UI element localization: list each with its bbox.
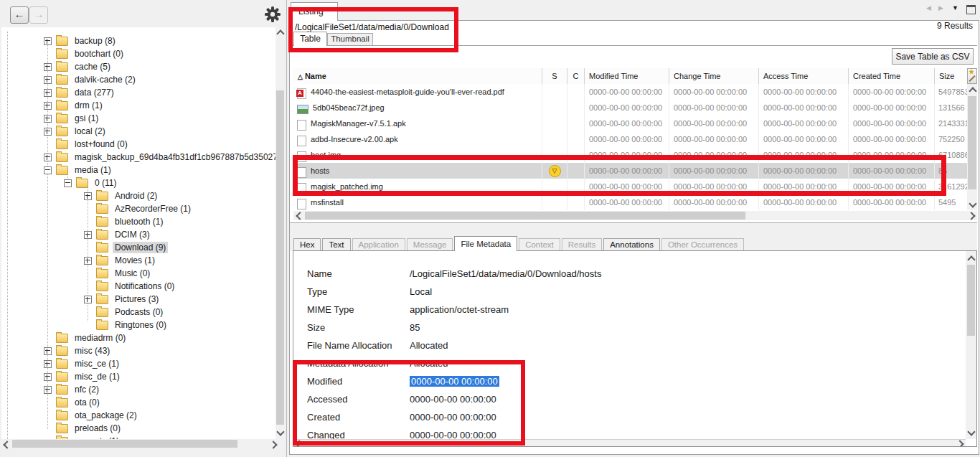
tab-file-metadata[interactable]: File Metadata: [454, 236, 517, 251]
expand-icon[interactable]: [84, 231, 92, 239]
table-row-adbd-insecure-v2-00-apk[interactable]: adbd-Insecure-v2.00.apk0000-00-00 00:00:…: [293, 131, 967, 148]
column-header-created-time[interactable]: Created Time: [849, 68, 935, 84]
collapse-icon[interactable]: [44, 166, 52, 174]
tree-item-preloads-0[interactable]: preloads (0): [1, 422, 275, 435]
scroll-right-arrow-icon[interactable]: [269, 440, 277, 448]
column-header-s[interactable]: S: [542, 68, 567, 84]
forward-button[interactable]: →: [29, 6, 48, 24]
panel-divider[interactable]: [286, 0, 287, 457]
scroll-up-arrow-icon[interactable]: [969, 87, 976, 95]
scrollbar-thumb[interactable]: [305, 212, 745, 220]
table-row-hosts[interactable]: hosts▽0000-00-00 00:00:000000-00-00 00:0…: [293, 163, 967, 179]
expand-icon[interactable]: [44, 128, 52, 136]
tree-vertical-scrollbar[interactable]: [275, 27, 285, 439]
expand-icon[interactable]: [84, 296, 92, 303]
table-row-5db045beac72f-jpeg[interactable]: 5db045beac72f.jpeg0000-00-00 00:00:00000…: [293, 100, 967, 116]
expand-icon[interactable]: [44, 115, 52, 123]
tree-item-pictures-3[interactable]: Pictures (3): [1, 293, 275, 306]
expand-icon[interactable]: [44, 102, 52, 110]
scroll-left-arrow-icon[interactable]: [296, 212, 303, 220]
scroll-right-arrow-icon[interactable]: [967, 212, 975, 220]
maximize-icon[interactable]: [966, 5, 976, 14]
tree-item-ota-package-2[interactable]: ota_package (2): [1, 409, 275, 422]
column-header-access-time[interactable]: Access Time: [759, 68, 849, 84]
tree-item-bootchart-0[interactable]: bootchart (0): [1, 47, 275, 60]
tree-item-misc-ce-1[interactable]: misc_ce (1): [1, 357, 275, 370]
tree-item-dcim-3[interactable]: DCIM (3): [1, 228, 275, 241]
next-window-icon[interactable]: ▶: [938, 4, 943, 11]
expand-icon[interactable]: [44, 347, 52, 355]
tree-item-backup-8[interactable]: backup (8): [1, 34, 275, 47]
table-row-magisk-patched-img[interactable]: magisk_patched.img0000-00-00 00:00:00000…: [293, 179, 967, 195]
tree-item-dalvik-cache-2[interactable]: dalvik-cache (2): [1, 73, 275, 86]
scroll-down-arrow-icon[interactable]: [276, 428, 284, 435]
tree-item-0-11[interactable]: 0 (11): [1, 176, 275, 189]
scroll-left-arrow-icon[interactable]: [295, 440, 303, 447]
save-table-as-csv-button[interactable]: Save Table as CSV: [892, 48, 974, 65]
tree-item-nfc-2[interactable]: nfc (2): [1, 383, 275, 396]
column-header-modified-time[interactable]: Modified Time: [585, 68, 669, 84]
scroll-left-arrow-icon[interactable]: [3, 440, 11, 448]
tree-item-podcasts-0[interactable]: Podcasts (0): [1, 306, 275, 319]
tab-listing[interactable]: Listing: [291, 2, 338, 21]
expand-icon[interactable]: [44, 76, 52, 84]
expand-icon[interactable]: [44, 89, 52, 97]
scroll-up-arrow-icon[interactable]: [276, 29, 284, 37]
tree-item-movies-1[interactable]: Movies (1): [1, 254, 275, 267]
column-header-change-time[interactable]: Change Time: [669, 68, 759, 84]
window-dropdown-icon[interactable]: ▼: [952, 4, 958, 11]
scroll-down-arrow-icon[interactable]: [967, 428, 975, 435]
tree-item-lost-found-0[interactable]: lost+found (0): [1, 138, 275, 151]
tree-item-misc-de-1[interactable]: misc_de (1): [1, 370, 275, 383]
scroll-down-arrow-icon[interactable]: [969, 199, 976, 207]
tree-item-download-9[interactable]: Download (9): [1, 241, 275, 254]
column-header-size[interactable]: Size: [935, 68, 967, 84]
back-button[interactable]: ←: [10, 6, 29, 24]
expand-icon[interactable]: [44, 386, 52, 394]
tree-item-music-0[interactable]: Music (0): [1, 267, 275, 280]
tab-annotations[interactable]: Annotations: [603, 238, 660, 251]
scrollbar-thumb[interactable]: [968, 96, 976, 189]
metadata-horizontal-scrollbar[interactable]: [293, 439, 966, 447]
expand-icon[interactable]: [44, 154, 52, 161]
expand-icon[interactable]: [44, 373, 52, 381]
tab-text[interactable]: Text: [322, 238, 350, 251]
scroll-right-arrow-icon[interactable]: [956, 440, 963, 447]
tree-item-azrecorderfree-1[interactable]: AzRecorderFree (1): [1, 202, 275, 215]
collapse-icon[interactable]: [64, 179, 72, 187]
tree-item-ota-0[interactable]: ota (0): [1, 396, 275, 409]
table-row-boot-img[interactable]: boot.img0000-00-00 00:00:000000-00-00 00…: [293, 147, 967, 164]
metadata-vertical-scrollbar[interactable]: [966, 251, 976, 439]
table-row-magiskmanager-v7-5-1-apk[interactable]: MagiskManager-v7.5.1.apk0000-00-00 00:00…: [293, 116, 967, 132]
tab-thumbnail[interactable]: Thumbnail: [327, 33, 373, 46]
tree-item-cache-5[interactable]: cache (5): [1, 60, 275, 73]
tree-item-ringtones-0[interactable]: Ringtones (0): [1, 319, 275, 331]
column-settings-icon[interactable]: ★: [967, 68, 977, 84]
tree-item-magisk-backup-69d4ba4fb31df1cb[interactable]: magisk_backup_69d4ba4fb31df1cb967887b5d3…: [1, 151, 275, 164]
scrollbar-thumb[interactable]: [276, 90, 284, 425]
table-row-msfinstall[interactable]: msfinstall0000-00-00 00:00:000000-00-00 …: [293, 194, 967, 210]
scroll-up-arrow-icon[interactable]: [967, 255, 975, 263]
tree-item-drm-1[interactable]: drm (1): [1, 99, 275, 112]
metadata-value[interactable]: 0000-00-00 00:00:00: [410, 376, 499, 387]
tree-item-local-2[interactable]: local (2): [1, 125, 275, 138]
prev-window-icon[interactable]: ◀: [926, 4, 931, 11]
expand-icon[interactable]: [44, 360, 52, 368]
tree-item-gsi-1[interactable]: gsi (1): [1, 112, 275, 125]
column-header-c[interactable]: C: [567, 68, 585, 84]
tree-horizontal-scrollbar[interactable]: [1, 439, 285, 449]
tab-table[interactable]: Table: [293, 32, 327, 46]
tree-item-mediadrm-0[interactable]: mediadrm (0): [1, 331, 275, 344]
scrollbar-thumb[interactable]: [967, 265, 975, 336]
scrollbar-thumb[interactable]: [12, 440, 237, 448]
expand-icon[interactable]: [44, 63, 52, 71]
tab-hex[interactable]: Hex: [293, 238, 321, 251]
expand-icon[interactable]: [84, 192, 92, 200]
table-row-44040-the-easiest-metasploit-g[interactable]: 44040-the-easiest-metasploit-guide-you'l…: [293, 84, 967, 100]
tree-item-data-277[interactable]: data (277): [1, 86, 275, 99]
table-vertical-scrollbar[interactable]: [967, 84, 977, 210]
tree-item-media-1[interactable]: media (1): [1, 164, 275, 176]
tree-item-notifications-0[interactable]: Notifications (0): [1, 280, 275, 293]
tree-item-android-2[interactable]: Android (2): [1, 189, 275, 202]
column-header-name[interactable]: △Name: [293, 68, 542, 84]
